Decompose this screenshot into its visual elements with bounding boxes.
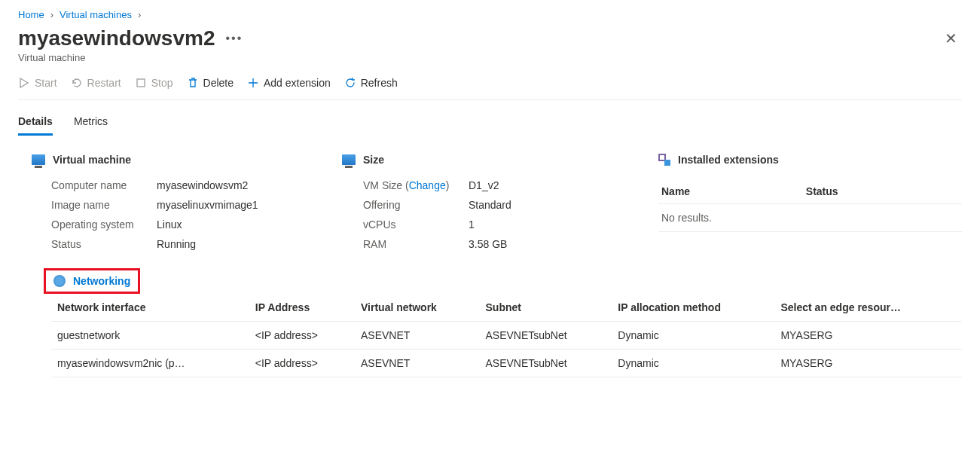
cell-alloc: Dynamic [612,350,774,377]
cell-edge: MYASERG [774,350,962,377]
table-row[interactable]: guestnetwork <IP address> ASEVNET ASEVNE… [51,322,962,350]
section-heading-vm: Virtual machine [32,154,312,166]
value-ram: 3.58 GB [469,238,628,250]
breadcrumb-home[interactable]: Home [18,9,44,20]
page-subtitle: Virtual machine [18,52,243,63]
cell-edge: MYASERG [774,322,962,350]
cell-vnet: ASEVNET [355,322,480,350]
label-status: Status [51,238,157,250]
delete-button[interactable]: Delete [187,77,234,89]
label-offering: Offering [363,199,469,211]
net-col-edge[interactable]: Select an edge resour… [774,294,962,322]
net-col-alloc[interactable]: IP allocation method [612,294,774,322]
label-vm-size: VM Size (Change) [363,179,469,191]
refresh-button[interactable]: Refresh [344,77,398,89]
plus-icon [247,77,259,89]
cell-nic: guestnetwork [51,322,249,350]
restart-button[interactable]: Restart [71,77,121,89]
cell-subnet: ASEVNETsubNet [480,322,612,350]
value-status: Running [157,238,312,250]
stop-button[interactable]: Stop [135,77,173,89]
change-size-link[interactable]: Change [409,179,446,191]
cell-nic: myasewindowsvm2nic (p… [51,350,249,377]
close-icon[interactable]: ✕ [940,26,962,50]
cell-subnet: ASEVNETsubNet [480,350,612,377]
section-heading-networking[interactable]: Networking [53,275,130,287]
restart-icon [71,77,83,89]
vm-icon [342,154,356,165]
cell-vnet: ASEVNET [355,350,480,377]
net-col-subnet[interactable]: Subnet [480,294,612,322]
play-icon [18,77,30,89]
tab-metrics[interactable]: Metrics [74,115,108,136]
section-heading-extensions: Installed extensions [658,154,962,166]
add-extension-button[interactable]: Add extension [247,77,331,89]
command-bar: Start Restart Stop Delete Add extension … [18,77,962,100]
svg-rect-0 [137,79,145,87]
chevron-right-icon: › [138,9,141,20]
label-vcpus: vCPUs [363,218,469,231]
label-operating-system: Operating system [51,218,157,231]
extensions-table: Name Status No results. [658,179,962,232]
page-title: myasewindowsvm2 [18,26,215,50]
table-row[interactable]: myasewindowsvm2nic (p… <IP address> ASEV… [51,350,962,377]
value-computer-name: myasewindowsvm2 [157,179,312,191]
breadcrumb: Home › Virtual machines › [18,9,962,20]
extensions-empty: No results. [658,204,962,232]
tab-strip: Details Metrics [18,115,962,136]
value-vm-size: D1_v2 [469,179,628,191]
net-col-nic[interactable]: Network interface [51,294,249,322]
label-ram: RAM [363,238,469,250]
ext-col-name: Name [658,179,803,204]
ext-col-status: Status [803,179,962,204]
chevron-right-icon: › [50,9,53,20]
section-heading-size: Size [342,154,628,166]
value-operating-system: Linux [157,218,312,231]
more-menu-icon[interactable]: ••• [225,32,243,44]
label-image-name: Image name [51,199,157,211]
refresh-icon [344,77,356,89]
networking-table: Network interface IP Address Virtual net… [51,294,962,377]
globe-icon [53,275,66,287]
value-vcpus: 1 [469,218,628,231]
highlight-networking: Networking [44,268,140,294]
cell-ip: <IP address> [249,350,355,377]
stop-icon [135,77,147,89]
label-computer-name: Computer name [51,179,157,191]
cell-alloc: Dynamic [612,322,774,350]
start-button[interactable]: Start [18,77,57,89]
tab-details[interactable]: Details [18,115,53,136]
breadcrumb-virtual-machines[interactable]: Virtual machines [60,9,132,20]
vm-icon [32,154,45,165]
value-offering: Standard [469,199,628,211]
extensions-icon [658,154,670,166]
cell-ip: <IP address> [249,322,355,350]
net-col-vnet[interactable]: Virtual network [355,294,480,322]
value-image-name: myaselinuxvmimage1 [157,199,312,211]
trash-icon [187,77,199,89]
net-col-ip[interactable]: IP Address [249,294,355,322]
